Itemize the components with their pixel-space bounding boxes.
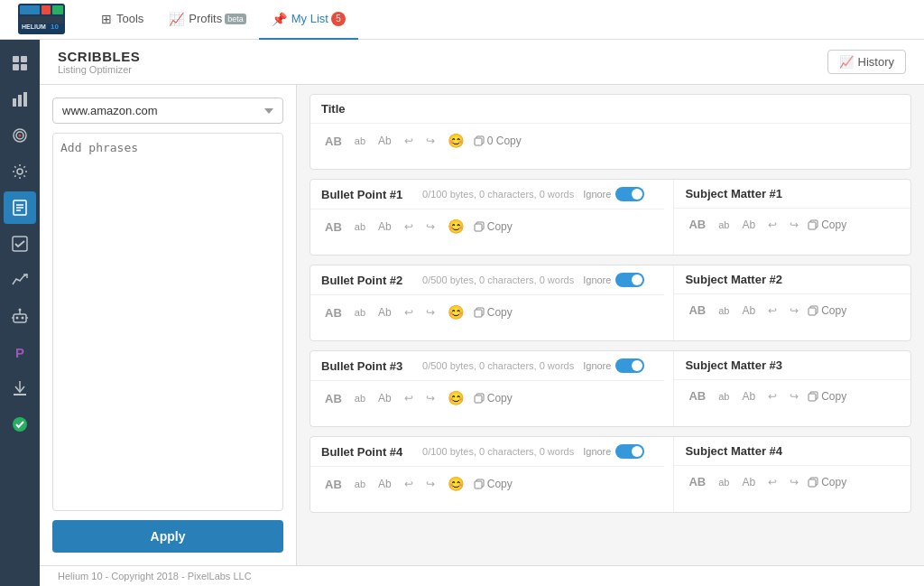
phrases-textarea[interactable] bbox=[52, 133, 283, 511]
bullet3-undo-btn[interactable]: ↩ bbox=[401, 390, 417, 406]
bullet4-sub-undo-btn[interactable]: ↩ bbox=[764, 474, 781, 490]
bullet2-uppercase-btn[interactable]: AB bbox=[321, 304, 346, 321]
title-section: Title AB ab Ab ↩ ↪ 😊 0 Copy bbox=[310, 94, 911, 170]
bullet1-toggle[interactable] bbox=[615, 187, 644, 201]
right-panel[interactable]: Title AB ab Ab ↩ ↪ 😊 0 Copy bbox=[297, 85, 924, 565]
bullet3-side: Subject Matter #3 AB ab Ab ↩ ↪ bbox=[673, 351, 910, 426]
copy-btn[interactable]: 0 Copy bbox=[474, 135, 522, 147]
bullet2-sub-capitalize-btn[interactable]: Ab bbox=[738, 302, 759, 319]
sidebar-item-checklist[interactable] bbox=[4, 228, 36, 260]
bullet2-redo-btn[interactable]: ↪ bbox=[422, 304, 439, 321]
nav-profits[interactable]: 📈 Profits beta bbox=[156, 0, 258, 40]
svg-point-17 bbox=[17, 169, 23, 174]
uppercase-btn[interactable]: AB bbox=[321, 133, 346, 150]
bullet3-sub-undo-btn[interactable]: ↩ bbox=[764, 388, 781, 405]
bullet2-sub-copy-btn[interactable]: Copy bbox=[808, 304, 846, 317]
bullet2-capitalize-btn[interactable]: Ab bbox=[374, 304, 395, 321]
history-button[interactable]: 📈 History bbox=[827, 50, 906, 74]
tools-icon: ⊞ bbox=[101, 12, 112, 26]
bullet1-sub-capitalize-btn[interactable]: Ab bbox=[738, 217, 759, 233]
bullet1-capitalize-btn[interactable]: Ab bbox=[374, 219, 395, 235]
sidebar-item-download[interactable] bbox=[4, 372, 36, 405]
bullet4-redo-btn[interactable]: ↪ bbox=[422, 476, 439, 492]
sidebar-item-verify[interactable] bbox=[4, 408, 36, 441]
bullet1-uppercase-btn[interactable]: AB bbox=[321, 219, 346, 236]
bullet4-toggle[interactable] bbox=[615, 444, 644, 459]
bullet4-label: Bullet Point #4 bbox=[321, 445, 422, 459]
bullet3-sub-redo-btn[interactable]: ↪ bbox=[786, 388, 802, 405]
sidebar-item-dashboard[interactable] bbox=[4, 47, 36, 79]
bullet3-emoji-btn[interactable]: 😊 bbox=[444, 388, 468, 408]
sidebar-item-target[interactable] bbox=[4, 119, 36, 152]
bullet1-sub-lowercase-btn[interactable]: ab bbox=[715, 218, 733, 232]
bullet1-sub-redo-btn[interactable]: ↪ bbox=[786, 217, 802, 233]
bullet2-sub-lowercase-btn[interactable]: ab bbox=[715, 303, 733, 318]
bullet2-copy-btn[interactable]: Copy bbox=[474, 306, 513, 319]
bullet1-sub-copy-label: Copy bbox=[821, 219, 846, 231]
bullet3-sub-uppercase-btn[interactable]: AB bbox=[685, 387, 709, 405]
bullet2-toggle[interactable] bbox=[615, 273, 644, 287]
bullet4-main: Bullet Point #4 0/100 bytes, 0 character… bbox=[310, 437, 664, 512]
bullet4-uppercase-btn[interactable]: AB bbox=[321, 476, 346, 493]
bullet2-sub-copy-label: Copy bbox=[821, 304, 846, 317]
sidebar-item-settings[interactable] bbox=[4, 155, 36, 188]
sidebar-item-purple[interactable]: P bbox=[4, 336, 36, 368]
svg-rect-40 bbox=[475, 310, 482, 317]
emoji-btn[interactable]: 😊 bbox=[444, 131, 468, 151]
bullet3-redo-btn[interactable]: ↪ bbox=[422, 390, 439, 406]
bullet4-undo-btn[interactable]: ↩ bbox=[401, 476, 417, 492]
bullet4-copy-btn[interactable]: Copy bbox=[474, 478, 513, 490]
bullet2-sub-undo-btn[interactable]: ↩ bbox=[764, 302, 781, 319]
bullet3-sub-capitalize-btn[interactable]: Ab bbox=[738, 388, 759, 405]
lowercase-btn[interactable]: ab bbox=[351, 134, 369, 148]
bullet1-undo-btn[interactable]: ↩ bbox=[401, 219, 417, 235]
sidebar-item-analytics[interactable] bbox=[4, 264, 36, 296]
bullet1-sub-uppercase-btn[interactable]: AB bbox=[685, 216, 709, 233]
bullet4-emoji-btn[interactable]: 😊 bbox=[444, 474, 468, 494]
bullet1-lowercase-btn[interactable]: ab bbox=[351, 219, 369, 234]
bullet3-sub-lowercase-btn[interactable]: ab bbox=[715, 389, 733, 404]
bullet3-toggle[interactable] bbox=[615, 358, 644, 373]
bullet2-emoji-btn[interactable]: 😊 bbox=[444, 302, 468, 322]
bullet1-sub-copy-btn[interactable]: Copy bbox=[808, 219, 846, 231]
marketplace-select[interactable]: www.amazon.com www.amazon.co.uk www.amaz… bbox=[52, 98, 283, 124]
bullet4-sub-lowercase-btn[interactable]: ab bbox=[715, 475, 733, 489]
apply-button[interactable]: Apply bbox=[52, 520, 283, 553]
bullet3-copy-btn[interactable]: Copy bbox=[474, 392, 513, 405]
undo-btn[interactable]: ↩ bbox=[401, 133, 417, 149]
copy-label: 0 Copy bbox=[487, 135, 522, 147]
sidebar-item-chart[interactable] bbox=[4, 83, 36, 116]
bullet4-lowercase-btn[interactable]: ab bbox=[351, 477, 369, 491]
bullet4-sub-uppercase-btn[interactable]: AB bbox=[685, 473, 709, 490]
nav-tools[interactable]: ⊞ Tools bbox=[88, 0, 156, 40]
bullet3-uppercase-btn[interactable]: AB bbox=[321, 390, 346, 407]
bullet2-section: Bullet Point #2 0/500 bytes, 0 character… bbox=[310, 265, 911, 341]
mylist-icon: 📌 bbox=[272, 12, 287, 26]
bullet4-ignore-label: Ignore bbox=[583, 446, 611, 457]
bullet4-sub-copy-btn[interactable]: Copy bbox=[808, 476, 846, 488]
bullet4-sub-redo-btn[interactable]: ↪ bbox=[786, 474, 802, 490]
bullet4-capitalize-btn[interactable]: Ab bbox=[374, 476, 395, 492]
bullet1-subject-body: AB ab Ab ↩ ↪ Copy bbox=[674, 209, 910, 254]
bullet1-emoji-btn[interactable]: 😊 bbox=[444, 217, 468, 237]
bullet4-subject-label: Subject Matter #4 bbox=[685, 444, 900, 458]
bullet3-sub-copy-btn[interactable]: Copy bbox=[808, 390, 846, 403]
bullet4-sub-capitalize-btn[interactable]: Ab bbox=[738, 474, 759, 490]
bullet2-meta: 0/500 bytes, 0 characters, 0 words bbox=[422, 274, 574, 285]
bullet2-sub-redo-btn[interactable]: ↪ bbox=[786, 302, 802, 319]
bullet1-copy-btn[interactable]: Copy bbox=[474, 220, 513, 233]
sidebar-item-robot[interactable] bbox=[4, 300, 36, 332]
capitalize-btn[interactable]: Ab bbox=[374, 133, 395, 149]
bullet2-lowercase-btn[interactable]: ab bbox=[351, 305, 369, 320]
nav-mylist[interactable]: 📌 My List 5 bbox=[259, 0, 358, 40]
bullet1-ignore-label: Ignore bbox=[583, 189, 611, 200]
bullet2-undo-btn[interactable]: ↩ bbox=[401, 304, 417, 321]
bullet2-sub-uppercase-btn[interactable]: AB bbox=[685, 302, 709, 319]
bullet1-sub-undo-btn[interactable]: ↩ bbox=[764, 217, 781, 233]
sidebar-item-document[interactable] bbox=[4, 191, 36, 224]
page-header: SCRIBBLES Listing Optimizer 📈 History bbox=[40, 40, 924, 85]
redo-btn[interactable]: ↪ bbox=[422, 133, 439, 149]
bullet3-capitalize-btn[interactable]: Ab bbox=[374, 390, 395, 406]
bullet1-redo-btn[interactable]: ↪ bbox=[422, 219, 439, 235]
bullet3-lowercase-btn[interactable]: ab bbox=[351, 391, 369, 405]
